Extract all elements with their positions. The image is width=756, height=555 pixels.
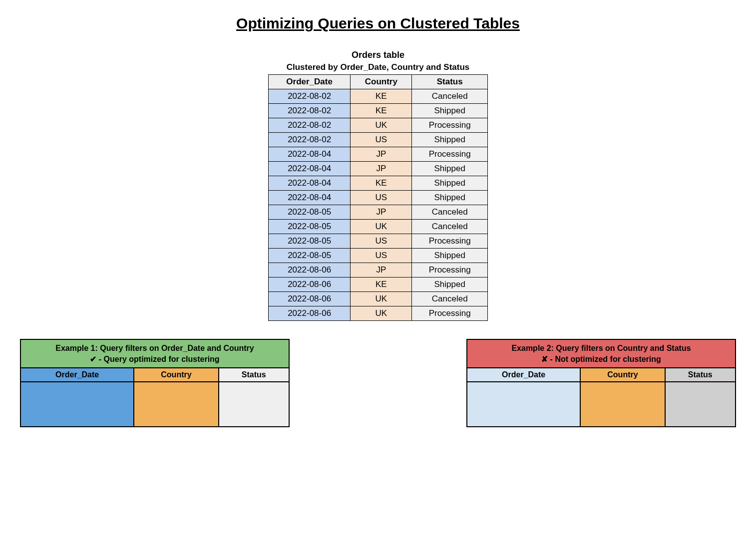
example2-body-status [665,382,736,427]
orders-cell-status: Shipped [412,162,488,176]
example2-body-country [580,382,665,427]
example1-table: Example 1: Query filters on Order_Date a… [20,339,290,427]
table-row: 2022-08-05JPCanceled [269,205,488,220]
example1-header-country: Country [134,368,218,382]
orders-cell-date: 2022-08-06 [269,306,351,321]
orders-cell-date: 2022-08-04 [269,162,351,176]
table-row: 2022-08-05USShipped [269,249,488,263]
example2-table: Example 2: Query filters on Country and … [466,339,736,427]
orders-cell-status: Processing [412,234,488,249]
orders-cell-country: US [351,249,412,263]
example2-header-status: Status [665,368,736,382]
example1-title-line1: Example 1: Query filters on Order_Date a… [55,344,254,352]
table-row: 2022-08-02UKProcessing [269,118,488,133]
example2-title-line1: Example 2: Query filters on Country and … [511,344,691,352]
orders-cell-country: JP [351,147,412,162]
orders-cell-status: Canceled [412,292,488,306]
orders-cell-status: Canceled [412,205,488,220]
orders-cell-country: KE [351,176,412,191]
orders-cell-status: Processing [412,306,488,321]
table-row: 2022-08-02KECanceled [269,89,488,104]
orders-cell-country: US [351,234,412,249]
orders-table-title: Orders table [20,50,736,60]
orders-cell-date: 2022-08-05 [269,220,351,234]
table-row: 2022-08-04KEShipped [269,176,488,191]
orders-table: Order_Date Country Status 2022-08-02KECa… [268,74,488,321]
orders-cell-date: 2022-08-02 [269,133,351,147]
orders-cell-date: 2022-08-05 [269,205,351,220]
table-row: 2022-08-06KEShipped [269,278,488,292]
orders-cell-country: US [351,191,412,205]
orders-cell-status: Canceled [412,89,488,104]
orders-cell-date: 2022-08-02 [269,104,351,118]
orders-table-subtitle: Clustered by Order_Date, Country and Sta… [20,62,736,72]
example1-body-row [20,382,289,427]
orders-cell-status: Processing [412,263,488,278]
orders-cell-date: 2022-08-06 [269,292,351,306]
orders-cell-status: Shipped [412,278,488,292]
orders-cell-country: KE [351,278,412,292]
example1-title-line2: ✔ - Query optimized for clustering [90,355,219,363]
example2-header-date: Order_Date [467,368,580,382]
example2-body-date [467,382,580,427]
table-row: 2022-08-04JPProcessing [269,147,488,162]
orders-cell-date: 2022-08-04 [269,176,351,191]
orders-cell-country: JP [351,263,412,278]
example1-body-status [219,382,289,427]
orders-cell-date: 2022-08-02 [269,89,351,104]
table-row: 2022-08-05USProcessing [269,234,488,249]
table-row: 2022-08-02KEShipped [269,104,488,118]
orders-cell-date: 2022-08-04 [269,147,351,162]
orders-cell-status: Shipped [412,191,488,205]
orders-cell-country: UK [351,118,412,133]
orders-cell-country: UK [351,220,412,234]
table-row: 2022-08-04JPShipped [269,162,488,176]
orders-cell-status: Processing [412,147,488,162]
example2-body-row [467,382,736,427]
orders-cell-country: KE [351,104,412,118]
orders-header-row: Order_Date Country Status [269,75,488,89]
table-row: 2022-08-06UKCanceled [269,292,488,306]
orders-cell-date: 2022-08-02 [269,118,351,133]
orders-header-country: Country [351,75,412,89]
example1-header-row: Order_Date Country Status [20,368,289,382]
example1-header-date: Order_Date [20,368,134,382]
table-row: 2022-08-06UKProcessing [269,306,488,321]
table-row: 2022-08-02USShipped [269,133,488,147]
example1-body-country [134,382,218,427]
table-row: 2022-08-05UKCanceled [269,220,488,234]
orders-cell-date: 2022-08-06 [269,278,351,292]
example1-body-date [20,382,134,427]
table-row: 2022-08-06JPProcessing [269,263,488,278]
orders-cell-country: JP [351,162,412,176]
orders-cell-country: UK [351,292,412,306]
orders-header-status: Status [412,75,488,89]
orders-cell-status: Shipped [412,176,488,191]
orders-header-date: Order_Date [269,75,351,89]
orders-cell-status: Processing [412,118,488,133]
table-row: 2022-08-04USShipped [269,191,488,205]
orders-cell-status: Shipped [412,104,488,118]
orders-cell-status: Shipped [412,249,488,263]
orders-cell-country: US [351,133,412,147]
example1-title: Example 1: Query filters on Order_Date a… [20,339,289,368]
example2-header-country: Country [580,368,665,382]
orders-cell-date: 2022-08-05 [269,234,351,249]
page-title: Optimizing Queries on Clustered Tables [20,15,736,32]
orders-cell-country: KE [351,89,412,104]
orders-cell-status: Shipped [412,133,488,147]
orders-cell-status: Canceled [412,220,488,234]
example2-title-line2: ✘ - Not optimized for clustering [541,355,661,363]
example2-header-row: Order_Date Country Status [467,368,736,382]
example2-title: Example 2: Query filters on Country and … [467,339,736,368]
orders-cell-date: 2022-08-04 [269,191,351,205]
example1-header-status: Status [219,368,289,382]
orders-cell-country: JP [351,205,412,220]
orders-cell-country: UK [351,306,412,321]
orders-cell-date: 2022-08-06 [269,263,351,278]
orders-cell-date: 2022-08-05 [269,249,351,263]
